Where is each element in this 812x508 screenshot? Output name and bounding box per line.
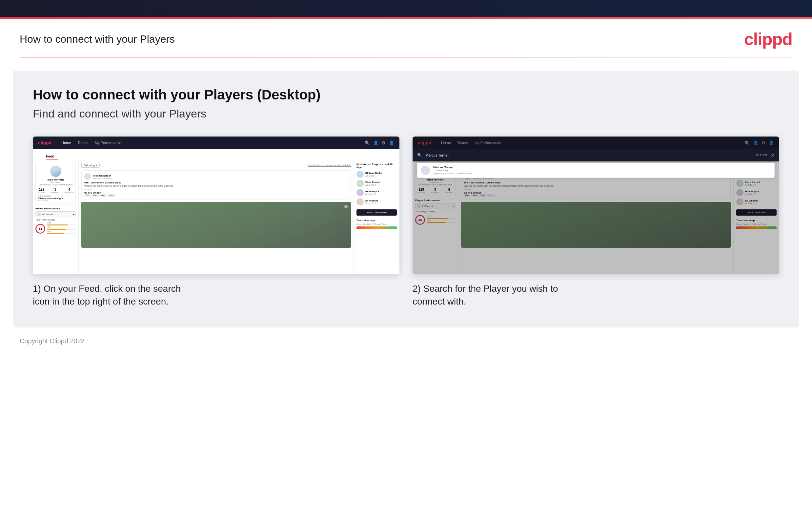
search-icon-1[interactable]: 🔍 <box>365 140 370 145</box>
player-name-1-4: Eli Vincent <box>365 199 378 202</box>
player-avatar-1-2 <box>356 180 364 187</box>
team-heatmap-title-1: Team Heatmap <box>356 219 397 222</box>
activity-name-1: Richard Butler <box>93 174 112 177</box>
nav-my-performance-1[interactable]: My Performance <box>95 141 121 145</box>
player-info-1-4: Eli Vincent Activities: 1 <box>365 199 378 205</box>
player-info-1-3: Hiral Pujara Activities: 3 <box>365 190 379 195</box>
player-name-1-1: Richard Butler <box>365 172 382 175</box>
desc-text-2: 2) Search for the Player you wish toconn… <box>413 284 558 306</box>
profile-name-1: Blair McHarg <box>38 178 74 181</box>
quality-circle-1: 84 <box>36 224 45 234</box>
quality-bars-1: OTT APP ARG <box>47 222 76 234</box>
activity-card-1: Richard Butler Yesterday - The Grove Pre… <box>81 170 351 200</box>
profile-club-1: Mill Ride Golf Club, United Kingdom <box>38 183 74 186</box>
tag-putt-1: PUTT <box>107 194 115 197</box>
quality-bar-ott-label: OTT <box>47 222 76 224</box>
profile-card-1: Blair McHarg Golf Coach Mill Ride Golf C… <box>36 163 76 205</box>
following-button-1[interactable]: Following ▾ <box>81 163 100 168</box>
team-heatmap-subtitle-1: Player Quality - 20 Round Trend <box>356 223 397 225</box>
screenshot-2-col: clippd Home Teams My Performance 🔍 👤 ⚙ 👤… <box>413 136 779 308</box>
screenshot-1-col: clippd Home Teams My Performance 🔍 👤 ⚙ 👤… <box>33 136 399 308</box>
quality-bar-app-label: APP <box>47 226 76 228</box>
stat-following-label-1: Following <box>65 191 74 193</box>
search-clear-button-2[interactable]: CLEAR <box>756 154 767 157</box>
player-avatar-1-4 <box>356 198 364 205</box>
player-select-chevron-1: ▾ <box>73 213 74 216</box>
search-result-handicap-2: 1.5 Handicap <box>433 169 473 172</box>
desc-text-1: 1) On your Feed, click on the searchicon… <box>33 284 181 306</box>
heatmap-bar-1 <box>356 226 397 229</box>
player-performance-title-1: Player Performance <box>36 207 76 210</box>
search-result-2[interactable]: Marcus Turner 1.5 Handicap Cypress Point… <box>417 163 775 178</box>
player-activities-1-2: Activities: 4 <box>365 184 380 186</box>
player-select-name-1: Eli Vincent <box>42 213 53 216</box>
control-link-1[interactable]: Control who can see your activity and da… <box>307 164 351 166</box>
main-subtitle: Find and connect with your Players <box>33 107 779 120</box>
settings-icon-1[interactable]: ⚙ <box>382 140 386 145</box>
player-item-4: Eli Vincent Activities: 1 <box>356 198 397 205</box>
activity-date-1: Yesterday - The Grove <box>93 177 112 179</box>
search-result-avatar-2 <box>421 166 430 175</box>
activity-user-1: Richard Butler Yesterday - The Grove <box>84 173 348 180</box>
player-activities-1-1: Activities: 7 <box>365 175 382 177</box>
main-content: How to connect with your Players (Deskto… <box>13 71 799 328</box>
main-title: How to connect with your Players (Deskto… <box>33 87 779 103</box>
player-item-3: Hiral Pujara Activities: 3 <box>356 189 397 196</box>
player-activities-1-4: Activities: 1 <box>365 202 378 205</box>
quality-score-1: 84 <box>39 227 42 230</box>
search-close-button-2[interactable]: ✕ <box>771 153 775 158</box>
tag-app-1: APP <box>92 194 98 197</box>
team-dashboard-button-1[interactable]: Team Dashboard <box>356 209 397 216</box>
search-input-2[interactable]: Marcus Turner <box>425 153 753 157</box>
logo: clippd <box>744 29 792 49</box>
player-select-1[interactable]: Eli Vincent ▾ <box>36 211 76 217</box>
search-result-info-2: Marcus Turner 1.5 Handicap Cypress Point… <box>433 166 473 175</box>
following-chevron-1: ▾ <box>96 164 97 167</box>
footer-copyright: Copyright Clippd 2022 <box>20 337 85 345</box>
activity-time-1: 02 hr : 00 min <box>84 191 348 194</box>
feed-tab-label-1[interactable]: Feed <box>46 154 58 160</box>
app-nav-logo-1: clippd <box>38 140 51 145</box>
latest-activity-label-1: Latest Activity <box>38 195 74 197</box>
player-name-1-2: Piers Parnell <box>365 181 380 184</box>
mid-panel-1: Following ▾ Control who can see your act… <box>79 160 353 274</box>
player-select-avatar-1 <box>37 212 41 216</box>
search-result-name-2: Marcus Turner <box>433 166 473 169</box>
stat-followers-label-1: Followers <box>51 191 60 193</box>
player-avatar-1-3 <box>356 189 364 196</box>
app-nav-icons-1: 🔍 👤 ⚙ 👤 <box>365 140 394 145</box>
top-bar <box>0 0 812 17</box>
bg-image-1 <box>81 202 351 248</box>
activity-desc-1: Walking the course with my coach to buil… <box>84 185 348 187</box>
stat-followers-1: 3 Followers <box>51 188 60 193</box>
avatar-icon-1[interactable]: 👤 <box>389 140 394 145</box>
nav-teams-1[interactable]: Teams <box>78 141 88 145</box>
screenshots-row: clippd Home Teams My Performance 🔍 👤 ⚙ 👤… <box>33 136 779 308</box>
latest-activity-date-1: 27 Jul 2022 <box>38 200 74 202</box>
active-players-title-1: Most Active Players - Last 30 days <box>356 163 397 169</box>
stat-followers-value-1: 3 <box>51 188 60 191</box>
user-icon-1[interactable]: 👤 <box>373 140 378 145</box>
player-info-1-1: Richard Butler Activities: 7 <box>365 172 382 177</box>
right-panel-1: Most Active Players - Last 30 days Richa… <box>353 160 399 274</box>
activity-user-info-1: Richard Butler Yesterday - The Grove <box>93 174 112 179</box>
tag-arg-1: ARG <box>99 194 106 197</box>
player-activities-1-3: Activities: 3 <box>365 193 379 195</box>
activity-tags-1: OTT APP ARG PUTT <box>84 194 348 197</box>
nav-home-1[interactable]: Home <box>61 141 71 145</box>
stat-activities-value-1: 129 <box>38 188 46 191</box>
stat-following-1: 4 Following <box>65 188 74 193</box>
stat-activities-1: 129 Activities <box>38 188 46 193</box>
player-item-2: Piers Parnell Activities: 4 <box>356 180 397 187</box>
header: How to connect with your Players clippd <box>0 19 812 57</box>
footer: Copyright Clippd 2022 <box>0 328 812 355</box>
description-1: 1) On your Feed, click on the searchicon… <box>33 282 399 308</box>
left-panel-1: Blair McHarg Golf Coach Mill Ride Golf C… <box>33 160 79 274</box>
profile-avatar-1 <box>50 166 61 177</box>
search-result-club-2: Cypress Point Club, United Kingdom <box>433 172 473 175</box>
tag-ott-1: OTT <box>84 194 91 197</box>
app-body-1: Blair McHarg Golf Coach Mill Ride Golf C… <box>33 160 399 274</box>
player-item-1: Richard Butler Activities: 7 <box>356 171 397 178</box>
player-avatar-1-1 <box>356 171 364 178</box>
stat-activities-label-1: Activities <box>38 191 46 193</box>
